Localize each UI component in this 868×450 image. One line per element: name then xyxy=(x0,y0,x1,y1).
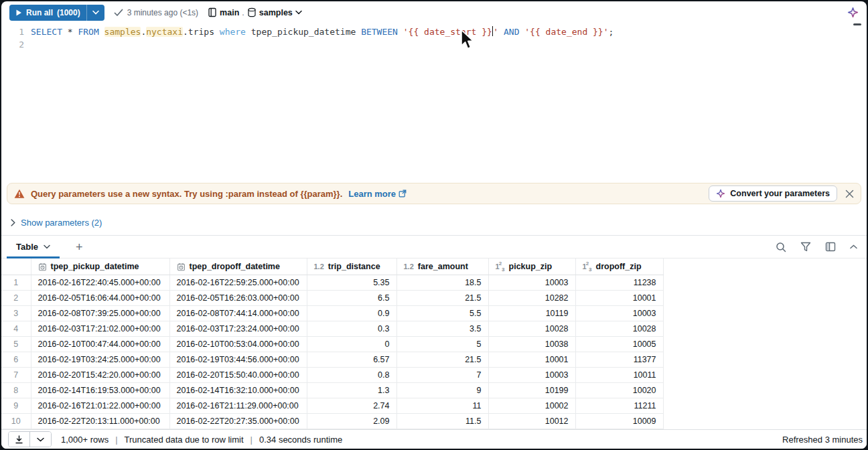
table-cell[interactable]: 6.5 xyxy=(307,291,396,306)
learn-more-link[interactable]: Learn more xyxy=(348,189,407,199)
run-all-main[interactable]: Run all (1000) xyxy=(9,8,86,17)
filter-icon[interactable] xyxy=(800,242,811,252)
table-cell[interactable]: 2016-02-16T22:59:25.000+00:00 xyxy=(169,275,307,291)
table-cell[interactable]: 10002 xyxy=(488,398,575,414)
table-cell[interactable]: 2.74 xyxy=(307,398,396,414)
table-cell[interactable]: 10028 xyxy=(575,321,663,337)
download-options-button[interactable] xyxy=(29,432,51,447)
table-cell[interactable]: 21.5 xyxy=(396,291,488,306)
table-cell[interactable]: 1.3 xyxy=(307,383,396,398)
code-line[interactable]: 2 xyxy=(1,38,867,51)
table-cell[interactable]: 2016-02-10T00:47:44.000+00:00 xyxy=(31,337,169,352)
table-cell[interactable]: 18.5 xyxy=(396,275,488,291)
catalog-name[interactable]: main xyxy=(220,8,239,17)
table-cell[interactable]: 2016-02-03T17:21:02.000+00:00 xyxy=(31,321,169,337)
table-row[interactable]: 102016-02-22T20:13:11.000+00:002016-02-2… xyxy=(1,414,663,429)
search-icon[interactable] xyxy=(776,242,786,252)
table-row[interactable]: 12016-02-16T22:40:45.000+00:002016-02-16… xyxy=(1,275,663,291)
collapse-results-icon[interactable] xyxy=(850,244,857,249)
table-row[interactable]: 92016-02-16T21:01:22.000+00:002016-02-16… xyxy=(1,398,663,414)
column-header-trip_distance[interactable]: 1.2trip_distance xyxy=(307,258,396,275)
table-cell[interactable]: 10020 xyxy=(575,383,663,398)
table-cell[interactable]: 7 xyxy=(396,368,488,383)
code-content[interactable]: SELECT * FROM samples.nyctaxi.trips wher… xyxy=(31,25,613,38)
table-cell[interactable]: 2016-02-19T03:24:25.000+00:00 xyxy=(31,352,169,368)
table-cell[interactable]: 0.3 xyxy=(307,321,396,337)
table-cell[interactable]: 10003 xyxy=(488,275,575,291)
table-cell[interactable]: 3.5 xyxy=(396,321,488,337)
chevron-down-icon[interactable] xyxy=(44,244,50,249)
table-cell[interactable]: 2016-02-08T07:39:25.000+00:00 xyxy=(31,306,169,321)
table-cell[interactable]: 10028 xyxy=(488,321,575,337)
table-cell[interactable]: 10282 xyxy=(488,291,575,306)
column-header-tpep_pickup_datetime[interactable]: tpep_pickup_datetime xyxy=(31,258,169,275)
table-cell[interactable]: 10011 xyxy=(575,368,663,383)
run-all-button[interactable]: Run all (1000) xyxy=(9,5,104,21)
table-cell[interactable]: 21.5 xyxy=(396,352,488,368)
tab-table[interactable]: Table xyxy=(7,236,60,258)
table-cell[interactable]: 0.8 xyxy=(307,368,396,383)
table-cell[interactable]: 5.35 xyxy=(307,275,396,291)
table-row[interactable]: 22016-02-05T16:06:44.000+00:002016-02-05… xyxy=(1,291,663,306)
column-header-pickup_zip[interactable]: 123pickup_zip xyxy=(488,258,575,275)
table-cell[interactable]: 10119 xyxy=(488,306,575,321)
show-parameters-toggle[interactable]: Show parameters (2) xyxy=(1,210,867,235)
add-visualization-button[interactable]: + xyxy=(76,241,83,253)
table-cell[interactable]: 6.57 xyxy=(307,352,396,368)
table-cell[interactable]: 10199 xyxy=(488,383,575,398)
table-cell[interactable]: 2016-02-16T22:40:45.000+00:00 xyxy=(31,275,169,291)
column-header-tpep_dropoff_datetime[interactable]: tpep_dropoff_datetime xyxy=(169,258,307,275)
table-cell[interactable]: 2016-02-03T17:23:24.000+00:00 xyxy=(169,321,307,337)
table-cell[interactable]: 2.09 xyxy=(307,414,396,429)
table-cell[interactable]: 2016-02-22T20:13:11.000+00:00 xyxy=(31,414,169,429)
table-cell[interactable]: 5 xyxy=(396,337,488,352)
table-row[interactable]: 82016-02-14T16:19:53.000+00:002016-02-14… xyxy=(1,383,663,398)
columns-icon[interactable] xyxy=(825,242,836,252)
sql-editor[interactable]: 1SELECT * FROM samples.nyctaxi.trips whe… xyxy=(1,23,867,51)
table-cell[interactable]: 11211 xyxy=(575,398,663,414)
assistant-sparkle-icon[interactable] xyxy=(847,7,859,18)
table-cell[interactable]: 2016-02-22T20:27:35.000+00:00 xyxy=(169,414,307,429)
table-cell[interactable]: 11.5 xyxy=(396,414,488,429)
download-button[interactable] xyxy=(9,432,29,447)
column-header-dropoff_zip[interactable]: 123dropoff_zip xyxy=(575,258,663,275)
table-cell[interactable]: 5.5 xyxy=(396,306,488,321)
column-header-fare_amount[interactable]: 1.2fare_amount xyxy=(396,258,488,275)
table-cell[interactable]: 0 xyxy=(307,337,396,352)
convert-parameters-button[interactable]: Convert your parameters xyxy=(709,185,837,202)
table-row[interactable]: 42016-02-03T17:21:02.000+00:002016-02-03… xyxy=(1,321,663,337)
code-line[interactable]: 1SELECT * FROM samples.nyctaxi.trips whe… xyxy=(1,25,867,38)
table-cell[interactable]: 10001 xyxy=(488,352,575,368)
table-cell[interactable]: 0.9 xyxy=(307,306,396,321)
table-cell[interactable]: 2016-02-14T16:19:53.000+00:00 xyxy=(31,383,169,398)
table-row[interactable]: 52016-02-10T00:47:44.000+00:002016-02-10… xyxy=(1,337,663,352)
table-cell[interactable]: 10012 xyxy=(488,414,575,429)
table-cell[interactable]: 9 xyxy=(396,383,488,398)
table-cell[interactable]: 2016-02-19T03:44:56.000+00:00 xyxy=(169,352,307,368)
table-cell[interactable]: 10009 xyxy=(575,414,663,429)
table-row[interactable]: 72016-02-20T15:42:20.000+00:002016-02-20… xyxy=(1,368,663,383)
table-cell[interactable]: 2016-02-16T21:11:29.000+00:00 xyxy=(169,398,307,414)
schema-name[interactable]: samples xyxy=(259,8,293,17)
table-cell[interactable]: 2016-02-05T16:06:44.000+00:00 xyxy=(31,291,169,306)
table-cell[interactable]: 2016-02-20T15:42:20.000+00:00 xyxy=(31,368,169,383)
catalog-schema-selector[interactable]: main . samples xyxy=(208,7,302,17)
table-cell[interactable]: 10005 xyxy=(575,337,663,352)
results-table-container[interactable]: tpep_pickup_datetimetpep_dropoff_datetim… xyxy=(1,258,867,429)
table-cell[interactable]: 10038 xyxy=(488,337,575,352)
table-cell[interactable]: 2016-02-10T00:53:04.000+00:00 xyxy=(169,337,307,352)
run-options-dropdown[interactable] xyxy=(87,10,104,15)
table-cell[interactable]: 10001 xyxy=(575,291,663,306)
table-cell[interactable]: 2016-02-14T16:32:10.000+00:00 xyxy=(169,383,307,398)
table-cell[interactable]: 10003 xyxy=(488,368,575,383)
table-cell[interactable]: 11238 xyxy=(575,275,663,291)
table-cell[interactable]: 11 xyxy=(396,398,488,414)
editor-empty-area[interactable] xyxy=(1,51,867,183)
table-row[interactable]: 62016-02-19T03:24:25.000+00:002016-02-19… xyxy=(1,352,663,368)
table-cell[interactable]: 2016-02-08T07:44:14.000+00:00 xyxy=(169,306,307,321)
table-cell[interactable]: 10003 xyxy=(575,306,663,321)
close-icon[interactable] xyxy=(845,190,854,198)
table-row[interactable]: 32016-02-08T07:39:25.000+00:002016-02-08… xyxy=(1,306,663,321)
table-cell[interactable]: 2016-02-05T16:26:03.000+00:00 xyxy=(169,291,307,306)
table-cell[interactable]: 2016-02-20T15:50:40.000+00:00 xyxy=(169,368,307,383)
